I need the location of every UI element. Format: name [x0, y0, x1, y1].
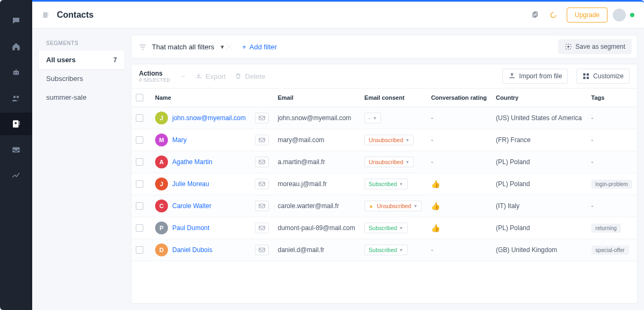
svg-rect-17	[583, 73, 586, 76]
email-icon-button[interactable]	[255, 135, 269, 145]
svg-rect-7	[19, 123, 20, 124]
save-segment-button[interactable]: Save as segment	[558, 39, 632, 55]
presence-dot	[630, 13, 634, 17]
svg-rect-23	[259, 160, 265, 164]
contact-name-link[interactable]: Paul Dumont	[172, 224, 209, 232]
segment-item[interactable]: All users7	[39, 50, 125, 69]
content-area: That match all filters ▼ + Add filter Sa…	[131, 35, 638, 304]
svg-rect-18	[587, 73, 589, 76]
tag-chip[interactable]: login-problem	[591, 180, 633, 189]
email-icon-button[interactable]	[255, 157, 269, 167]
rating-cell: 👍	[427, 217, 492, 239]
export-button[interactable]: Export	[195, 72, 226, 80]
row-checkbox[interactable]	[136, 224, 143, 232]
contact-name-link[interactable]: Agathe Martin	[172, 158, 213, 166]
match-filter-dropdown[interactable]: That match all filters ▼	[137, 35, 232, 58]
email-cell: mary@mail.com	[273, 129, 360, 151]
nav-rail	[0, 0, 32, 310]
tag-chip[interactable]: special-offer	[591, 246, 629, 255]
svg-point-4	[17, 96, 19, 99]
svg-point-8	[14, 122, 17, 124]
home-icon[interactable]	[0, 35, 32, 58]
add-filter-label: Add filter	[250, 43, 277, 51]
row-checkbox[interactable]	[136, 114, 143, 122]
add-filter-button[interactable]: + Add filter	[242, 43, 277, 51]
trend-icon[interactable]	[0, 164, 32, 187]
col-email[interactable]: Email	[273, 88, 360, 107]
customize-button[interactable]: Customize	[576, 69, 630, 84]
thumbs-up-icon: 👍	[431, 202, 440, 210]
col-consent[interactable]: Email consent	[360, 88, 427, 107]
segment-item[interactable]: Subscribers	[39, 69, 125, 88]
delete-button[interactable]: Delete	[235, 72, 266, 80]
consent-pill[interactable]: Subscribed ▼	[364, 245, 407, 255]
arrow-right-icon: →	[179, 72, 186, 80]
svg-rect-24	[259, 182, 265, 186]
email-cell: daniel.d@mail.fr	[273, 239, 360, 261]
svg-point-16	[568, 46, 570, 48]
row-checkbox[interactable]	[136, 246, 143, 254]
tag-chip[interactable]: returning	[591, 224, 621, 233]
rating-cell: -	[427, 151, 492, 173]
row-checkbox[interactable]	[136, 136, 143, 144]
email-icon-button[interactable]	[255, 201, 269, 211]
select-all-checkbox[interactable]	[136, 94, 143, 101]
contact-name-link[interactable]: Mary	[172, 136, 187, 144]
table-row: MMarymary@mail.comUnsubscribed ▼-(FR) Fr…	[131, 129, 637, 151]
svg-point-2	[17, 72, 18, 73]
email-cell: dumont-paul-89@mail.com	[273, 217, 360, 239]
rating-cell: -	[427, 239, 492, 261]
email-icon-button[interactable]	[255, 179, 269, 189]
consent-pill[interactable]: Unsubscribed ▼	[364, 135, 414, 145]
refresh-icon[interactable]	[545, 7, 561, 23]
consent-pill[interactable]: - ▼	[364, 113, 381, 123]
svg-rect-11	[48, 13, 48, 14]
col-country[interactable]: Country	[492, 88, 587, 107]
bot-icon[interactable]	[0, 61, 32, 84]
svg-rect-19	[583, 77, 586, 79]
row-checkbox[interactable]	[136, 180, 143, 188]
chat-icon[interactable]	[0, 10, 32, 32]
main-panel: Contacts Upgrade SEGMENTS All users7Subs…	[32, 0, 644, 310]
segment-item[interactable]: summer-sale	[39, 88, 125, 107]
contact-name-link[interactable]: john.snow@myemail.com	[172, 114, 246, 122]
email-icon-button[interactable]	[255, 223, 269, 233]
avatar: J	[155, 178, 168, 190]
svg-rect-6	[19, 122, 20, 123]
consent-pill[interactable]: Subscribed ▼	[364, 223, 407, 233]
row-checkbox[interactable]	[136, 202, 143, 210]
email-cell: carole.warter@mail.fr	[273, 195, 360, 217]
email-icon-button[interactable]	[255, 245, 269, 255]
import-button[interactable]: Import from file	[502, 69, 568, 84]
col-tags[interactable]: Tags	[587, 88, 637, 107]
people-icon[interactable]	[0, 87, 32, 109]
table-row: AAgathe Martina.martin@mail.frUnsubscrib…	[131, 151, 637, 173]
thumbs-up-icon: 👍	[431, 180, 440, 188]
email-icon-button[interactable]	[255, 113, 269, 123]
country-cell: (PL) Poland	[492, 173, 587, 195]
save-segment-label: Save as segment	[575, 43, 625, 50]
email-cell: moreau.j@mail.fr	[273, 173, 360, 195]
consent-pill[interactable]: Unsubscribed ▼	[364, 201, 422, 211]
copy-icon[interactable]	[527, 7, 543, 23]
topbar: Contacts Upgrade	[32, 2, 644, 28]
inbox-icon[interactable]	[0, 138, 32, 161]
contact-name-link[interactable]: Carole Walter	[172, 202, 211, 210]
contact-name-link[interactable]: Julie Moreau	[172, 180, 209, 188]
consent-pill[interactable]: Unsubscribed ▼	[364, 157, 414, 167]
contact-name-link[interactable]: Daniel Dubois	[172, 246, 213, 254]
svg-rect-25	[259, 204, 265, 208]
upgrade-button[interactable]: Upgrade	[567, 8, 608, 23]
col-name[interactable]: Name	[151, 88, 251, 107]
thumbs-up-icon: 👍	[431, 224, 440, 232]
page-title: Contacts	[57, 10, 93, 20]
rating-cell: -	[427, 107, 492, 129]
consent-pill[interactable]: Subscribed ▼	[364, 179, 407, 189]
svg-rect-27	[259, 248, 265, 252]
row-checkbox[interactable]	[136, 158, 143, 166]
contacts-icon[interactable]	[0, 113, 32, 135]
svg-rect-20	[587, 77, 589, 79]
svg-point-3	[13, 96, 16, 99]
col-rating[interactable]: Conversation rating	[427, 88, 492, 107]
user-avatar[interactable]	[613, 9, 626, 21]
